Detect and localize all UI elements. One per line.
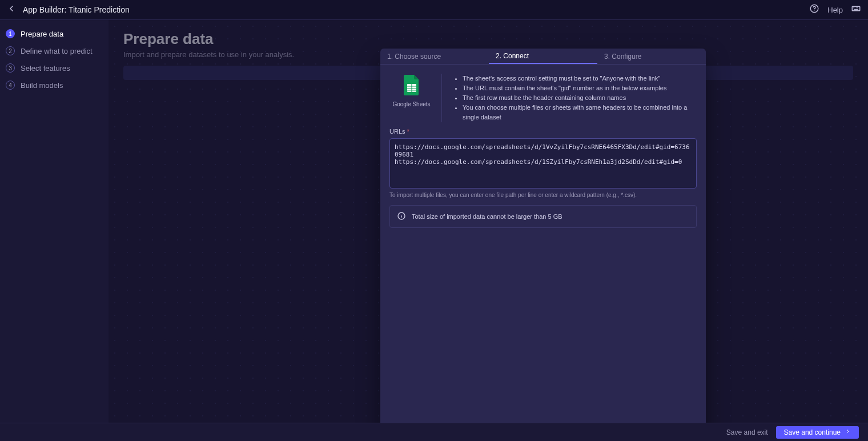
sidebar: 1 Prepare data 2 Define what to predict … xyxy=(0,20,108,423)
urls-input[interactable] xyxy=(389,138,697,189)
urls-label-text: URLs xyxy=(389,128,405,135)
step-number-icon: 1 xyxy=(6,29,15,38)
modal-tab-label: 2. Connect xyxy=(496,52,529,60)
step-label: Select features xyxy=(21,64,70,73)
button-label: Save and continue xyxy=(784,428,841,436)
step-number-icon: 2 xyxy=(6,46,15,55)
sidebar-step-select-features[interactable]: 3 Select features xyxy=(6,62,103,74)
modal-tab-connect[interactable]: 2. Connect xyxy=(489,49,597,64)
topbar: App Builder: Titanic Prediction Help xyxy=(0,0,868,20)
info-icon xyxy=(397,211,406,222)
content-area: Prepare data Import and prepare datasets… xyxy=(108,20,868,423)
rule-item: The URL must contain the sheet's "gid" n… xyxy=(463,83,697,93)
urls-section: URLs * To import multiple files, you can… xyxy=(380,128,706,205)
modal-body: Google Sheets The sheet's access control… xyxy=(380,65,706,128)
size-limit-text: Total size of imported data cannot be la… xyxy=(412,213,562,220)
connection-rules: The sheet's access control setting must … xyxy=(453,74,697,122)
app-title: App Builder: Titanic Prediction xyxy=(23,5,130,14)
step-label: Define what to predict xyxy=(21,47,93,55)
modal-tab-label: 1. Choose source xyxy=(387,53,441,61)
step-label: Prepare data xyxy=(21,30,63,38)
keyboard-shortcuts-icon[interactable] xyxy=(851,3,861,16)
sidebar-step-define-predict[interactable]: 2 Define what to predict xyxy=(6,45,103,57)
help-label[interactable]: Help xyxy=(827,6,843,14)
urls-hint: To import multiple files, you can enter … xyxy=(389,192,697,198)
svg-point-1 xyxy=(814,10,815,11)
modal-spacer xyxy=(380,235,706,434)
svg-rect-2 xyxy=(852,6,860,11)
import-modal: 1. Choose source 2. Connect 3. Configure xyxy=(380,49,706,441)
topbar-right: Help xyxy=(809,3,861,16)
back-arrow-icon[interactable] xyxy=(7,3,17,16)
required-asterisk: * xyxy=(407,128,409,135)
rule-item: You can choose multiple files or sheets … xyxy=(463,103,697,122)
modal-tab-choose-source[interactable]: 1. Choose source xyxy=(380,49,489,64)
page-footer: Save and exit Save and continue xyxy=(0,423,868,441)
topbar-left: App Builder: Titanic Prediction xyxy=(7,3,130,16)
urls-label: URLs * xyxy=(389,128,697,135)
step-label: Build models xyxy=(21,81,63,90)
main-layout: 1 Prepare data 2 Define what to predict … xyxy=(0,20,868,423)
google-sheets-icon xyxy=(403,74,421,99)
save-and-continue-button[interactable]: Save and continue xyxy=(776,426,859,439)
modal-tab-configure[interactable]: 3. Configure xyxy=(597,49,706,64)
size-limit-note: Total size of imported data cannot be la… xyxy=(389,205,697,228)
modal-tabs: 1. Choose source 2. Connect 3. Configure xyxy=(380,49,706,65)
modal-tab-label: 3. Configure xyxy=(604,53,641,61)
google-sheets-badge: Google Sheets xyxy=(389,74,442,122)
step-number-icon: 3 xyxy=(6,63,15,73)
help-icon[interactable] xyxy=(809,3,819,16)
save-and-exit-link[interactable]: Save and exit xyxy=(726,428,768,436)
sidebar-step-prepare-data[interactable]: 1 Prepare data xyxy=(6,28,103,39)
sidebar-step-build-models[interactable]: 4 Build models xyxy=(6,79,103,91)
step-number-icon: 4 xyxy=(6,81,15,90)
arrow-right-icon xyxy=(844,428,851,436)
google-sheets-label: Google Sheets xyxy=(392,101,430,107)
rule-item: The first row must be the header contain… xyxy=(463,93,697,103)
rule-item: The sheet's access control setting must … xyxy=(463,74,697,83)
